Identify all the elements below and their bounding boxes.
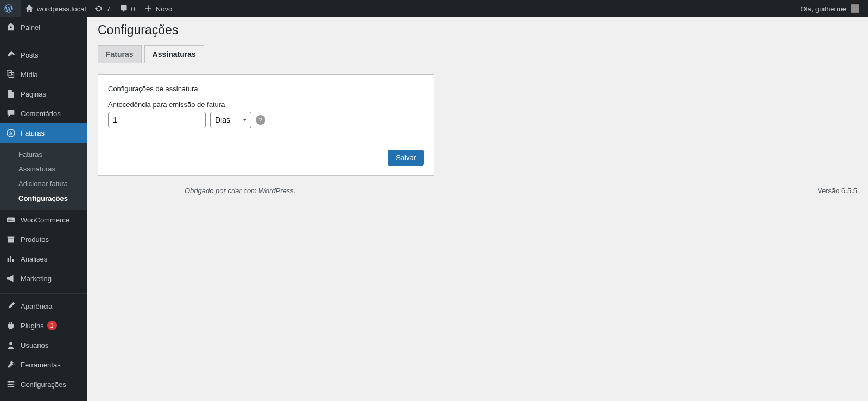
wp-logo-menu[interactable]: [0, 0, 21, 17]
comment-icon: [5, 108, 16, 119]
media-icon: [5, 69, 16, 80]
updates-count: 7: [106, 5, 110, 13]
settings-card: Configurações de assinatura Antecedência…: [98, 74, 434, 176]
menu-dashboard[interactable]: Painel: [0, 17, 87, 37]
menu-invoices[interactable]: $ Faturas: [0, 123, 87, 143]
svg-text:$: $: [9, 130, 12, 136]
submenu-invoices-list[interactable]: Faturas: [0, 147, 87, 162]
menu-media[interactable]: Mídia: [0, 65, 87, 84]
menu-posts[interactable]: Posts: [0, 45, 87, 65]
plus-icon: [144, 4, 153, 13]
comments-count: 0: [131, 5, 135, 13]
update-icon: [94, 4, 103, 13]
field-label-advance: Antecedência para emissão de fatura: [108, 100, 424, 109]
nav-tabs: Faturas Assinaturas: [98, 45, 857, 63]
new-label: Novo: [156, 5, 172, 13]
menu-pages[interactable]: Páginas: [0, 84, 87, 104]
footer: Obrigado por criar com WordPress. Versão…: [98, 187, 857, 195]
comments-link[interactable]: 0: [115, 0, 140, 17]
comment-icon: [119, 4, 128, 13]
updates-link[interactable]: 7: [90, 0, 115, 17]
avatar: [851, 4, 859, 13]
tab-subscriptions[interactable]: Assinaturas: [144, 45, 204, 63]
home-icon: [25, 4, 34, 13]
submenu-invoices-settings[interactable]: Configurações: [0, 191, 87, 206]
svg-point-1: [11, 74, 13, 76]
pin-icon: [5, 49, 16, 60]
help-icon[interactable]: ?: [256, 115, 265, 125]
menu-comments[interactable]: Comentários: [0, 104, 87, 123]
page-title: Configurações: [98, 23, 857, 37]
save-button[interactable]: Salvar: [388, 150, 424, 166]
tab-invoices[interactable]: Faturas: [98, 45, 142, 63]
advance-days-input[interactable]: [108, 112, 206, 128]
new-content-link[interactable]: Novo: [140, 0, 176, 17]
card-title: Configurações de assinatura: [108, 85, 424, 93]
svg-point-0: [10, 26, 12, 28]
submenu-invoices-add[interactable]: Adicionar fatura: [0, 176, 87, 191]
admin-toolbar: wordpress.local 7 0 Novo Olá, guilherme: [0, 0, 868, 17]
main-content: Configurações Faturas Assinaturas Config…: [87, 17, 868, 206]
site-name-label: wordpress.local: [37, 5, 86, 13]
wordpress-icon: [4, 4, 13, 13]
user-account-link[interactable]: Olá, guilherme: [796, 0, 864, 17]
user-greeting: Olá, guilherme: [800, 5, 846, 13]
site-name-link[interactable]: wordpress.local: [21, 0, 90, 17]
footer-thanks: Obrigado por criar com WordPress.: [185, 187, 295, 195]
dashboard-icon: [5, 22, 16, 33]
dollar-icon: $: [5, 128, 16, 138]
advance-unit-select[interactable]: Dias: [210, 112, 251, 128]
submenu-invoices: Faturas Assinaturas Adicionar fatura Con…: [0, 143, 87, 206]
submenu-invoices-subscriptions[interactable]: Assinaturas: [0, 162, 87, 176]
admin-sidebar: Painel Posts Mídia Páginas Comentários $…: [0, 17, 87, 206]
page-icon: [5, 88, 16, 99]
footer-version: Versão 6.5.5: [818, 187, 857, 195]
